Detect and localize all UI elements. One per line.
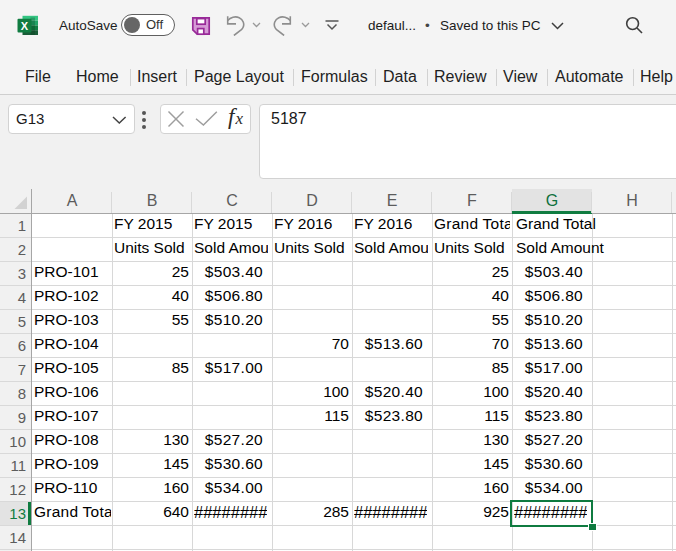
svg-text:X: X: [21, 20, 29, 32]
